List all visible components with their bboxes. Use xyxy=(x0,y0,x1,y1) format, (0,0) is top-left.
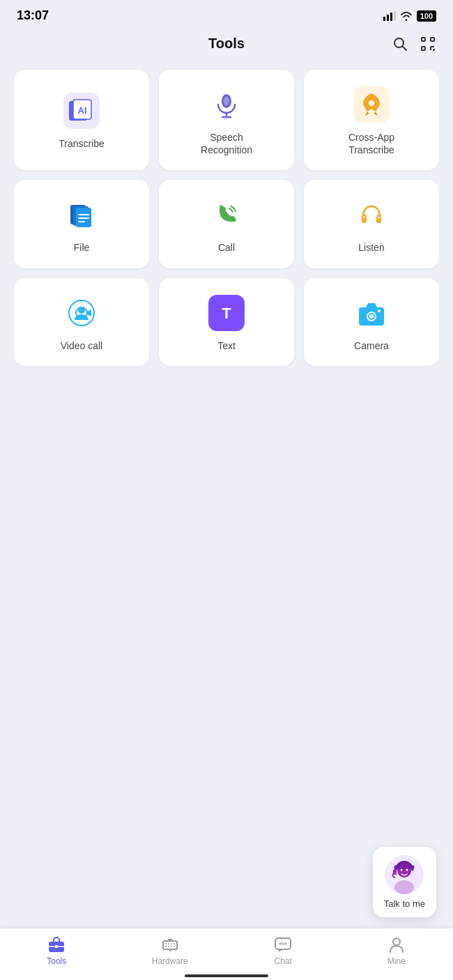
grid-item-camera[interactable]: Camera xyxy=(304,278,439,366)
call-icon xyxy=(208,197,245,233)
svg-point-48 xyxy=(394,880,414,894)
svg-rect-6 xyxy=(422,38,425,41)
text-icon: T xyxy=(208,295,245,331)
svg-point-65 xyxy=(282,943,284,945)
grid-item-text[interactable]: T Text xyxy=(159,278,294,366)
svg-rect-51 xyxy=(55,945,58,948)
battery-icon: 100 xyxy=(417,10,436,22)
header-actions xyxy=(392,36,436,52)
svg-point-46 xyxy=(406,869,408,871)
microphone-icon xyxy=(208,86,245,123)
svg-point-41 xyxy=(369,314,374,319)
person-icon xyxy=(387,935,406,954)
scan-icon[interactable] xyxy=(420,36,436,52)
file-icon xyxy=(63,197,100,233)
listen-label: Listen xyxy=(358,241,384,254)
file-label: File xyxy=(74,241,90,254)
video-call-label: Video call xyxy=(61,339,102,352)
talk-to-me-label: Talk to me xyxy=(384,898,425,909)
nav-item-hardware[interactable]: Hardware xyxy=(114,935,227,966)
nav-chat-label: Chat xyxy=(275,956,292,966)
nav-item-chat[interactable]: Chat xyxy=(227,935,340,966)
wifi-icon xyxy=(400,11,413,21)
grid-item-video-call[interactable]: Video call xyxy=(14,278,149,366)
svg-rect-8 xyxy=(422,47,425,50)
svg-point-42 xyxy=(378,309,381,312)
svg-point-45 xyxy=(401,869,403,871)
svg-rect-52 xyxy=(163,941,177,949)
status-icons: 100 xyxy=(383,10,436,22)
grid-item-listen[interactable]: Listen xyxy=(304,180,439,268)
grid-item-file[interactable]: File xyxy=(14,180,149,268)
search-icon[interactable] xyxy=(392,36,408,52)
svg-point-66 xyxy=(285,943,287,945)
chat-icon xyxy=(274,935,292,954)
call-label: Call xyxy=(218,241,235,254)
assistant-avatar-icon xyxy=(385,855,424,894)
header: Tools xyxy=(0,29,453,63)
camera-label: Camera xyxy=(354,339,389,352)
text-label: Text xyxy=(217,339,236,352)
svg-point-22 xyxy=(369,100,374,106)
nav-mine-label: Mine xyxy=(387,956,406,966)
grid-item-speech-recognition[interactable]: SpeechRecognition xyxy=(159,70,294,170)
transcribe-label: Transcribe xyxy=(59,137,105,150)
svg-rect-0 xyxy=(383,17,385,21)
nav-tools-label: Tools xyxy=(47,956,66,966)
grid-item-call[interactable]: Call xyxy=(159,180,294,268)
nav-item-tools[interactable]: Tools xyxy=(0,935,114,966)
headphones-icon xyxy=(353,197,390,233)
svg-point-67 xyxy=(393,938,400,945)
camera-icon xyxy=(353,295,390,331)
signal-icon xyxy=(383,11,396,21)
svg-rect-7 xyxy=(431,38,434,41)
status-time: 13:07 xyxy=(17,8,49,23)
talk-to-me-button[interactable]: Talk to me xyxy=(373,847,436,917)
transcribe-icon: AI xyxy=(63,93,100,129)
rocket-icon xyxy=(353,86,390,123)
grid-item-cross-app-transcribe[interactable]: Cross-AppTranscribe xyxy=(304,70,439,170)
svg-point-31 xyxy=(363,216,366,219)
page-title: Tools xyxy=(208,36,245,52)
tools-grid: AI Transcribe SpeechRecognition xyxy=(0,63,453,373)
home-indicator xyxy=(185,974,268,977)
svg-rect-3 xyxy=(394,11,396,21)
videocall-icon xyxy=(63,295,100,331)
bottom-navigation: Tools Hardware xyxy=(0,928,453,980)
cross-app-transcribe-label: Cross-AppTranscribe xyxy=(348,131,394,156)
svg-line-5 xyxy=(403,46,407,50)
nav-item-mine[interactable]: Mine xyxy=(340,935,454,966)
svg-rect-1 xyxy=(387,15,389,21)
nav-hardware-label: Hardware xyxy=(152,956,188,966)
svg-rect-2 xyxy=(390,13,392,21)
svg-point-32 xyxy=(378,216,381,219)
svg-rect-61 xyxy=(168,939,172,941)
speech-recognition-label: SpeechRecognition xyxy=(201,131,252,156)
hardware-icon xyxy=(161,935,179,954)
grid-item-transcribe[interactable]: AI Transcribe xyxy=(14,70,149,170)
svg-text:AI: AI xyxy=(78,105,87,116)
svg-text:T: T xyxy=(222,305,231,322)
svg-point-64 xyxy=(279,943,282,945)
svg-point-20 xyxy=(224,97,229,106)
status-bar: 13:07 100 xyxy=(0,0,453,29)
briefcase-icon xyxy=(47,935,66,954)
